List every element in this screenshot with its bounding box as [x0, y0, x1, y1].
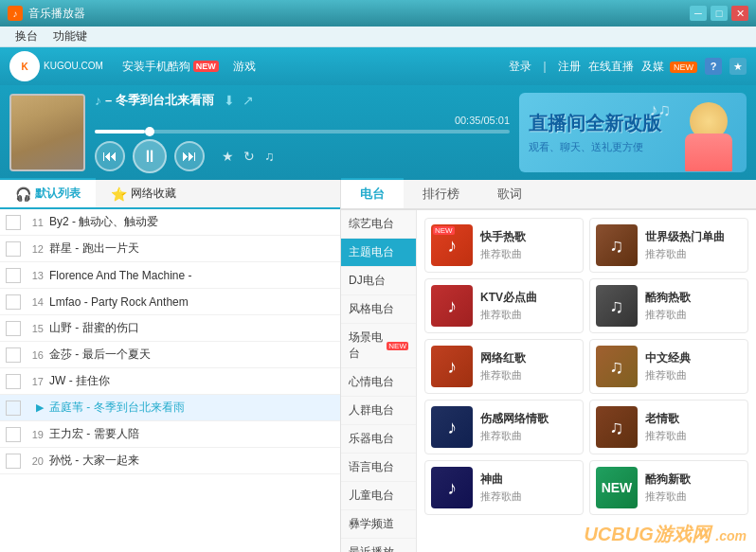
- item-remove-icon[interactable]: ✕: [324, 374, 334, 388]
- progress-area[interactable]: [95, 130, 510, 134]
- tab-radio[interactable]: 电台: [341, 178, 404, 208]
- sidebar-item-dj[interactable]: DJ电台: [341, 267, 416, 295]
- tab-charts[interactable]: 排行榜: [404, 180, 478, 208]
- playlist-item[interactable]: 13 Florence And The Machine - ★ ◁ ✕: [0, 262, 340, 289]
- item-remove-icon[interactable]: ✕: [324, 294, 334, 309]
- favorite-icon[interactable]: ★: [222, 149, 234, 164]
- download-icon[interactable]: ⬇: [224, 93, 235, 108]
- item-checkbox[interactable]: [6, 374, 21, 389]
- item-star-icon[interactable]: ★: [296, 454, 307, 468]
- item-star-icon[interactable]: ★: [296, 241, 307, 256]
- sidebar-item-yi[interactable]: 彝学频道: [341, 510, 416, 539]
- radio-card-chinese-classic[interactable]: ♫ 中文经典 推荐歌曲: [589, 339, 748, 394]
- sidebar-item-children[interactable]: 儿童电台: [341, 482, 416, 510]
- item-star-icon[interactable]: ★: [296, 268, 307, 282]
- item-star-icon[interactable]: ★: [296, 215, 307, 229]
- repeat-icon[interactable]: ↻: [243, 149, 255, 164]
- nav-online-live[interactable]: 在线直播: [588, 59, 634, 75]
- item-share-icon[interactable]: ◁: [311, 294, 320, 309]
- radio-card-hot[interactable]: ♪ NEW 快手热歌 推荐歌曲: [424, 218, 584, 273]
- next-button[interactable]: ⏭: [174, 141, 205, 171]
- sidebar-item-variety[interactable]: 综艺电台: [341, 210, 416, 239]
- item-star-icon[interactable]: ★: [296, 321, 307, 335]
- nav-media[interactable]: 及媒 NEW: [641, 59, 697, 75]
- item-remove-icon[interactable]: ✕: [324, 454, 334, 468]
- radio-card-kugou-new[interactable]: NEW 酷狗新歌 推荐歌曲: [589, 460, 748, 515]
- item-checkbox[interactable]: [6, 321, 21, 336]
- sidebar-item-crowd[interactable]: 人群电台: [341, 397, 416, 425]
- menu-switch[interactable]: 换台: [8, 27, 45, 46]
- progress-bar[interactable]: [95, 130, 510, 134]
- item-star-icon[interactable]: ★: [296, 401, 307, 415]
- progress-thumb[interactable]: [145, 127, 154, 136]
- item-share-icon[interactable]: ◁: [311, 401, 320, 415]
- item-star-icon[interactable]: ★: [296, 374, 307, 388]
- item-checkbox[interactable]: [6, 268, 21, 283]
- help-button[interactable]: ?: [705, 58, 722, 75]
- playlist-item[interactable]: 14 Lmfao - Party Rock Anthem ★ ◁ ✕: [0, 289, 340, 315]
- playlist-item[interactable]: 15 山野 - 甜蜜的伤口 ★ ◁ ✕: [0, 315, 340, 342]
- playlist-item[interactable]: 17 JW - 挂住你 ★ ◁ ✕: [0, 368, 340, 395]
- share-icon[interactable]: ↗: [243, 93, 254, 108]
- item-remove-icon[interactable]: ✕: [324, 321, 334, 335]
- item-remove-icon[interactable]: ✕: [324, 268, 334, 282]
- radio-card-divine-song[interactable]: ♪ 神曲 推荐歌曲: [424, 460, 584, 515]
- item-checkbox[interactable]: [6, 294, 21, 310]
- radio-card-sad-love[interactable]: ♪ 伤感网络情歌 推荐歌曲: [424, 400, 584, 454]
- sidebar-item-scene[interactable]: 场景电台 NEW: [341, 324, 416, 368]
- sidebar-item-language[interactable]: 语言电台: [341, 454, 416, 482]
- tab-default-list[interactable]: 🎧 默认列表: [0, 178, 96, 207]
- nav-login[interactable]: 登录: [509, 59, 531, 75]
- tab-lyrics[interactable]: 歌词: [478, 180, 541, 208]
- playlist-item[interactable]: 20 孙悦 - 大家一起来 ★ ◁ ✕: [0, 448, 340, 474]
- item-share-icon[interactable]: ◁: [311, 374, 320, 388]
- radio-card-kugou-hot[interactable]: ♫ 酷狗热歌 推荐歌曲: [589, 278, 748, 333]
- prev-button[interactable]: ⏮: [95, 141, 125, 171]
- sidebar-item-theme[interactable]: 主题电台: [341, 239, 416, 267]
- item-remove-icon[interactable]: ✕: [324, 241, 334, 256]
- playlist-item[interactable]: 11 By2 - 触动心、触动爱 ★ ◁ ✕: [0, 209, 340, 236]
- sidebar-item-instrument[interactable]: 乐器电台: [341, 425, 416, 454]
- tab-network-collection[interactable]: ⭐ 网络收藏: [96, 180, 191, 207]
- radio-card-ktv[interactable]: ♪ KTV必点曲 推荐歌曲: [424, 278, 584, 333]
- item-checkbox[interactable]: [6, 427, 21, 442]
- banner-area[interactable]: 直播间全新改版 观看、聊天、送礼更方便 ♪♫: [519, 93, 747, 172]
- sidebar-item-mood[interactable]: 心情电台: [341, 368, 416, 397]
- item-share-icon[interactable]: ◁: [311, 427, 320, 441]
- item-checkbox[interactable]: [6, 401, 21, 416]
- item-remove-icon[interactable]: ✕: [324, 215, 334, 229]
- item-share-icon[interactable]: ◁: [311, 241, 320, 256]
- playlist-item-playing[interactable]: ▶ 孟庭苇 - 冬季到台北来看雨 ★ ◁ ✕: [0, 395, 340, 421]
- minimize-button[interactable]: ─: [690, 6, 707, 21]
- item-share-icon[interactable]: ◁: [311, 321, 320, 335]
- item-remove-icon[interactable]: ✕: [324, 427, 334, 441]
- item-star-icon[interactable]: ★: [296, 294, 307, 309]
- item-checkbox[interactable]: [6, 215, 21, 230]
- item-remove-icon[interactable]: ✕: [324, 347, 334, 362]
- close-button[interactable]: ✕: [731, 6, 748, 21]
- item-share-icon[interactable]: ◁: [311, 268, 320, 282]
- item-share-icon[interactable]: ◁: [311, 347, 320, 362]
- maximize-button[interactable]: □: [711, 6, 728, 21]
- playlist-item[interactable]: 19 王力宏 - 需要人陪 ★ ◁ ✕: [0, 421, 340, 448]
- playlist-item[interactable]: 12 群星 - 跑出一片天 ★ ◁ ✕: [0, 236, 340, 262]
- item-share-icon[interactable]: ◁: [311, 454, 320, 468]
- sidebar-item-recent[interactable]: 最近播放: [341, 539, 416, 552]
- item-checkbox[interactable]: [6, 347, 21, 363]
- volume-icon[interactable]: ♫: [264, 149, 275, 164]
- sidebar-item-style[interactable]: 风格电台: [341, 295, 416, 324]
- playlist-item[interactable]: 16 金莎 - 最后一个夏天 ★ ◁ ✕: [0, 342, 340, 368]
- item-star-icon[interactable]: ★: [296, 427, 307, 441]
- radio-card-old-love-songs[interactable]: ♫ 老情歌 推荐歌曲: [589, 400, 748, 454]
- item-star-icon[interactable]: ★: [296, 347, 307, 362]
- play-pause-button[interactable]: ⏸: [133, 139, 167, 173]
- radio-card-net-popular[interactable]: ♪ 网络红歌 推荐歌曲: [424, 339, 584, 394]
- nav-register[interactable]: 注册: [558, 59, 581, 75]
- item-checkbox[interactable]: [6, 454, 21, 469]
- radio-card-world[interactable]: ♫ 世界级热门单曲 推荐歌曲: [589, 218, 748, 273]
- menu-functions[interactable]: 功能键: [45, 27, 95, 46]
- item-share-icon[interactable]: ◁: [311, 215, 320, 229]
- item-checkbox[interactable]: [6, 241, 21, 257]
- nav-games[interactable]: 游戏: [233, 59, 256, 75]
- item-remove-icon[interactable]: ✕: [324, 401, 334, 415]
